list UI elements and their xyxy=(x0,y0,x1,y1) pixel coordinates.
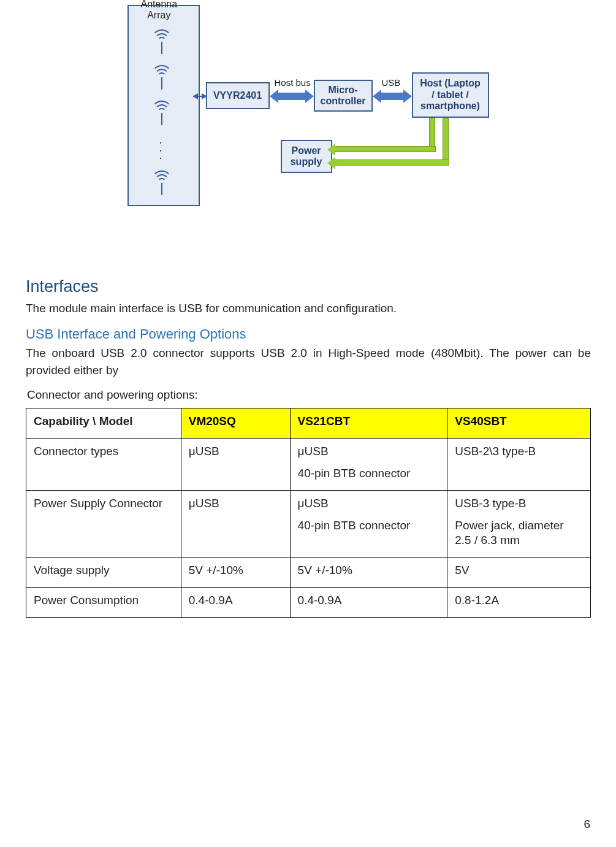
table-header-model: VS40SBT xyxy=(447,408,591,438)
page: Antenna Array ... VYYR2401 Host bus Micr… xyxy=(0,0,616,847)
host-box: Host (Laptop / tablet / smartphone) xyxy=(412,72,489,118)
table-cell: Voltage supply xyxy=(26,557,181,587)
block-diagram: Antenna Array ... VYYR2401 Host bus Micr… xyxy=(121,0,495,212)
vyyr-box: VYYR2401 xyxy=(206,82,270,109)
green-connector xyxy=(443,118,449,162)
table-header-model: VS21CBT xyxy=(290,408,447,438)
green-arrow xyxy=(335,146,436,152)
table-cell: 5V +/-10% xyxy=(290,557,447,587)
page-number: 6 xyxy=(584,818,590,831)
antenna-array-label: Antenna Array xyxy=(141,0,178,20)
usb-label: USB xyxy=(382,77,401,88)
host-bus-label: Host bus xyxy=(275,77,311,88)
usb-body: The onboard USB 2.0 connector supports U… xyxy=(26,345,591,380)
microcontroller-box: Micro- controller xyxy=(314,80,373,112)
table-cell: USB-3 type-B Power jack, diameter 2.5 / … xyxy=(447,490,591,557)
green-connector xyxy=(429,118,435,148)
antenna-icon xyxy=(150,65,174,92)
table-cell: μUSB xyxy=(181,438,290,490)
usb-heading: USB Interface and Powering Options xyxy=(26,326,591,342)
antenna-icon xyxy=(150,171,174,197)
table-row: Power Supply Connector μUSB μUSB 40-pin … xyxy=(26,490,591,557)
interfaces-heading: Interfaces xyxy=(26,277,591,296)
power-supply-box: Power supply xyxy=(281,140,332,173)
table-cell: Connector types xyxy=(26,438,181,490)
spec-table: Capability \ Model VM20SQ VS21CBT VS40SB… xyxy=(26,408,591,618)
interfaces-body: The module main interface is USB for com… xyxy=(26,300,591,318)
table-row: Connector types μUSB μUSB 40-pin BTB con… xyxy=(26,438,591,490)
table-cell: Power Consumption xyxy=(26,587,181,617)
arrow-antenna-vyyr xyxy=(194,96,206,97)
table-header-capability: Capability \ Model xyxy=(26,408,181,438)
arrow-usb xyxy=(373,91,412,102)
table-row: Power Consumption 0.4-0.9A 0.4-0.9A 0.8-… xyxy=(26,587,591,617)
table-header-model: VM20SQ xyxy=(181,408,290,438)
table-cell: 5V +/-10% xyxy=(181,557,290,587)
table-cell: USB-2\3 type-B xyxy=(447,438,591,490)
antenna-icon xyxy=(150,101,174,128)
green-arrow xyxy=(335,159,449,166)
table-cell: μUSB 40-pin BTB connector xyxy=(290,438,447,490)
table-cell: 0.4-0.9A xyxy=(181,587,290,617)
table-header-row: Capability \ Model VM20SQ VS21CBT VS40SB… xyxy=(26,408,591,438)
antenna-icon xyxy=(150,29,174,56)
table-cell: 5V xyxy=(447,557,591,587)
table-row: Voltage supply 5V +/-10% 5V +/-10% 5V xyxy=(26,557,591,587)
table-cell: 0.4-0.9A xyxy=(290,587,447,617)
ellipsis-icon: ... xyxy=(159,136,162,159)
table-cell: 0.8-1.2A xyxy=(447,587,591,617)
arrow-host-bus xyxy=(270,91,314,102)
table-cell: μUSB 40-pin BTB connector xyxy=(290,490,447,557)
table-cell: μUSB xyxy=(181,490,290,557)
table-caption: Connector and powering options: xyxy=(27,388,591,402)
table-cell: Power Supply Connector xyxy=(26,490,181,557)
